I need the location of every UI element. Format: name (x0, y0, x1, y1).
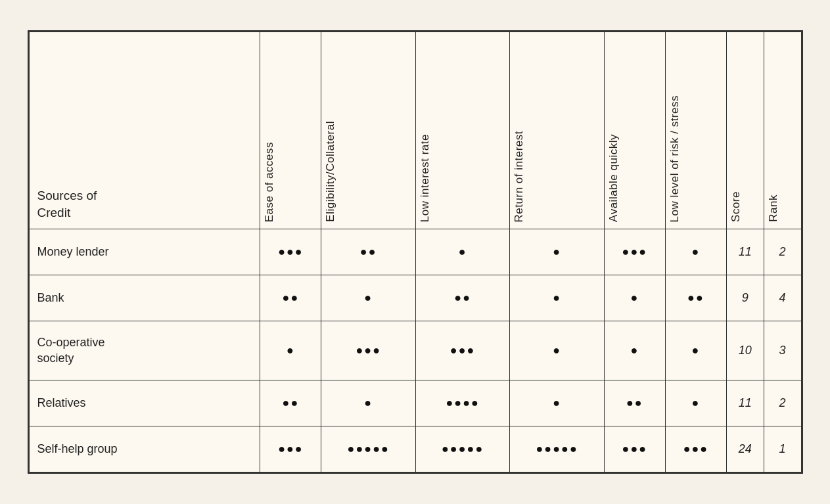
return-dots: ●●●●● (536, 442, 578, 455)
source-cell: Relatives (29, 380, 260, 426)
ease-cell: ●● (260, 380, 321, 426)
eligibility-cell: ● (321, 275, 415, 321)
table-row: Bank●●●●●●●●●94 (29, 275, 801, 321)
ease-dots: ●● (283, 291, 300, 304)
score-cell: 10 (726, 321, 764, 380)
source-cell: Co-operative society (29, 321, 260, 380)
available-cell: ●●● (604, 426, 665, 472)
risk-dots: ●● (687, 291, 704, 304)
rank-cell: 2 (764, 380, 801, 426)
eligibility-cell: ●●●●● (321, 426, 415, 472)
available-dots: ●● (626, 396, 643, 409)
table-row: Money lender●●●●●●●●●●●112 (29, 229, 801, 275)
low-interest-column-header: Low interest rate (415, 32, 509, 229)
source-label: Self-help group (37, 442, 118, 455)
eligibility-dots: ●●●●● (348, 442, 390, 455)
return-cell: ● (510, 380, 604, 426)
low_interest-cell: ●● (415, 275, 509, 321)
source-label: Relatives (37, 396, 86, 409)
source-label: Bank (37, 291, 64, 304)
score-header-label: Score (729, 191, 743, 222)
source-header-text: Sources of Credit (37, 187, 252, 222)
return-dots: ● (553, 396, 561, 409)
header-row: Sources of Credit Ease of access Eligibi… (29, 32, 801, 229)
risk-cell: ● (665, 321, 726, 380)
rank-header-label: Rank (767, 195, 780, 222)
source-label: Co-operative society (37, 336, 105, 364)
rank-cell: 3 (764, 321, 801, 380)
eligibility-cell: ● (321, 380, 415, 426)
source-cell: Bank (29, 275, 260, 321)
available-column-header: Available quickly (604, 32, 665, 229)
available-dots: ● (630, 291, 639, 304)
return-cell: ●●●●● (510, 426, 604, 472)
available-header-label: Available quickly (607, 134, 620, 222)
eligibility-cell: ●●● (321, 321, 415, 380)
low_interest-dots: ● (459, 245, 467, 258)
risk-dots: ● (692, 396, 701, 409)
eligibility-dots: ●● (360, 245, 377, 258)
return-cell: ● (510, 321, 604, 380)
available-dots: ● (630, 344, 639, 357)
available-cell: ● (604, 321, 665, 380)
risk-dots: ● (692, 344, 701, 357)
eligibility-dots: ● (364, 396, 373, 409)
eligibility-dots: ●●● (356, 344, 381, 357)
risk-column-header: Low level of risk / stress (665, 32, 726, 229)
table-row: Co-operative society●●●●●●●●●●103 (29, 321, 801, 380)
low_interest-cell: ●●●● (415, 380, 509, 426)
return-column-header: Return of interest (510, 32, 604, 229)
score-column-header: Score (726, 32, 764, 229)
low_interest-dots: ●●● (450, 344, 476, 357)
available-dots: ●●● (622, 245, 648, 258)
source-column-header: Sources of Credit (29, 32, 260, 229)
risk-cell: ● (665, 380, 726, 426)
risk-cell: ●● (665, 275, 726, 321)
score-cell: 11 (726, 380, 764, 426)
ease-cell: ●●● (260, 229, 321, 275)
low_interest-cell: ●●●●● (415, 426, 509, 472)
ease-cell: ●● (260, 275, 321, 321)
table-row: Self-help group●●●●●●●●●●●●●●●●●●●●●●●●2… (29, 426, 801, 472)
risk-cell: ● (665, 229, 726, 275)
rank-cell: 2 (764, 229, 801, 275)
return-dots: ● (553, 344, 561, 357)
eligibility-header-label: Eligibility/Collateral (324, 121, 337, 222)
low_interest-dots: ●●●● (446, 396, 480, 409)
ease-dots: ●●● (278, 245, 304, 258)
table-row: Relatives●●●●●●●●●●●112 (29, 380, 801, 426)
low-interest-header-label: Low interest rate (419, 134, 432, 222)
source-cell: Self-help group (29, 426, 260, 472)
eligibility-cell: ●● (321, 229, 415, 275)
risk-header-label: Low level of risk / stress (668, 95, 681, 222)
ease-column-header: Ease of access (260, 32, 321, 229)
rank-column-header: Rank (764, 32, 801, 229)
return-cell: ● (510, 275, 604, 321)
main-table-container: Sources of Credit Ease of access Eligibi… (28, 30, 803, 474)
available-cell: ●● (604, 380, 665, 426)
score-cell: 11 (726, 229, 764, 275)
low_interest-cell: ● (415, 229, 509, 275)
low_interest-dots: ●●●●● (442, 442, 484, 455)
ease-cell: ●●● (260, 426, 321, 472)
ease-dots: ● (287, 344, 295, 357)
source-cell: Money lender (29, 229, 260, 275)
return-dots: ● (553, 291, 561, 304)
return-header-label: Return of interest (513, 131, 526, 222)
ease-cell: ● (260, 321, 321, 380)
credit-sources-table: Sources of Credit Ease of access Eligibi… (29, 32, 802, 472)
source-label: Money lender (37, 245, 109, 258)
ease-header-label: Ease of access (263, 142, 276, 222)
risk-cell: ●●● (665, 426, 726, 472)
return-cell: ● (510, 229, 604, 275)
risk-dots: ● (692, 245, 701, 258)
available-cell: ● (604, 275, 665, 321)
rank-cell: 4 (764, 275, 801, 321)
rank-cell: 1 (764, 426, 801, 472)
available-cell: ●●● (604, 229, 665, 275)
ease-dots: ●●● (278, 442, 304, 455)
risk-dots: ●●● (683, 442, 709, 455)
score-cell: 24 (726, 426, 764, 472)
eligibility-dots: ● (364, 291, 373, 304)
available-dots: ●●● (622, 442, 648, 455)
